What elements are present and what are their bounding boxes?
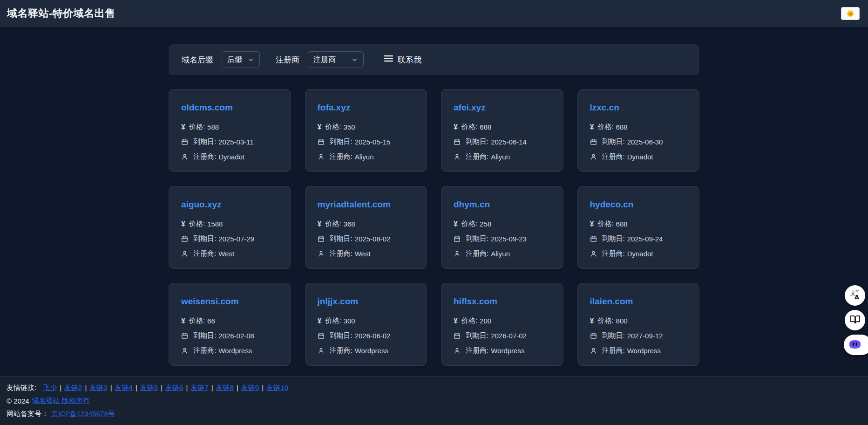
contact-me-button[interactable]: 联系我 xyxy=(384,55,421,65)
price-label: 价格: xyxy=(461,219,477,228)
chatbot-button[interactable] xyxy=(844,335,868,355)
person-icon xyxy=(181,347,188,354)
beian-link[interactable]: 京ICP备12345678号 xyxy=(51,410,115,418)
price-label: 价格: xyxy=(325,316,341,325)
calendar-icon xyxy=(590,235,597,242)
calendar-icon xyxy=(454,332,461,339)
domain-card: dhym.cn ¥ 价格: 258 到期日: 2025-09-23 注册商: A… xyxy=(441,186,563,269)
price-value: 66 xyxy=(207,317,215,325)
link-separator: | xyxy=(85,384,87,391)
footer: 友情链接: 飞少|友链2|友链3|友链4|友链5|友链6|友链7|友链8|友链9… xyxy=(0,376,868,425)
registrar-line: 注册商: Aliyun xyxy=(318,152,415,161)
registrar-value: West xyxy=(218,250,234,258)
expiry-value: 2025-05-15 xyxy=(355,138,391,146)
docs-button[interactable] xyxy=(845,310,865,330)
domain-link[interactable]: weisensi.com xyxy=(181,296,239,307)
friend-link[interactable]: 友链7 xyxy=(190,384,208,391)
expiry-label: 到期日: xyxy=(330,234,353,243)
domain-link[interactable]: dhym.cn xyxy=(454,199,490,210)
person-icon xyxy=(454,153,461,160)
link-separator: | xyxy=(262,384,264,391)
registrar-label: 注册商: xyxy=(466,346,488,355)
domain-link[interactable]: oldcms.com xyxy=(181,103,233,113)
registrar-label: 注册商: xyxy=(466,152,488,161)
link-separator: | xyxy=(60,384,61,391)
registrar-line: 注册商: Dynadot xyxy=(590,152,687,161)
expiry-value: 2025-08-02 xyxy=(355,235,391,243)
calendar-icon xyxy=(318,332,325,339)
friend-link[interactable]: 友链9 xyxy=(241,384,259,391)
theme-toggle-button[interactable]: 🌞 xyxy=(841,7,860,20)
translate-button[interactable]: 文A xyxy=(845,285,865,306)
friend-link[interactable]: 友链3 xyxy=(89,384,107,391)
price-value: 688 xyxy=(480,123,491,131)
domain-card: aiguo.xyz ¥ 价格: 1588 到期日: 2025-07-29 注册商… xyxy=(169,186,291,269)
friend-link[interactable]: 友链10 xyxy=(266,384,288,391)
registrar-value: Dynadot xyxy=(627,153,653,161)
domain-link[interactable]: ilaien.com xyxy=(590,296,633,307)
registrar-filter-label: 注册商 xyxy=(276,55,299,65)
friend-link[interactable]: 友链4 xyxy=(115,384,133,391)
yen-currency-icon: ¥ xyxy=(181,220,185,228)
price-line: ¥ 价格: 688 xyxy=(590,219,687,228)
registrar-label: 注册商: xyxy=(193,249,216,258)
domain-grid: oldcms.com ¥ 价格: 588 到期日: 2025-03-11 注册商… xyxy=(169,89,699,366)
domain-card: hydeco.cn ¥ 价格: 688 到期日: 2025-09-24 注册商:… xyxy=(577,186,700,269)
expiry-value: 2026-02-08 xyxy=(218,332,254,340)
domain-card: myriadtalent.com ¥ 价格: 368 到期日: 2025-08-… xyxy=(305,186,427,269)
friend-link[interactable]: 友链6 xyxy=(165,384,183,391)
expiry-value: 2026-06-02 xyxy=(355,332,391,340)
friend-link[interactable]: 友链2 xyxy=(64,384,82,391)
domain-card: ilaien.com ¥ 价格: 800 到期日: 2027-09-12 注册商… xyxy=(577,283,700,366)
calendar-icon xyxy=(454,235,461,242)
expiry-line: 到期日: 2025-08-02 xyxy=(318,234,415,243)
registrar-line: 注册商: Wordpress xyxy=(454,346,551,355)
friend-link[interactable]: 友链5 xyxy=(140,384,158,391)
price-line: ¥ 价格: 688 xyxy=(590,123,687,131)
registrar-line: 注册商: Dynadot xyxy=(590,249,687,258)
domain-link[interactable]: hiflsx.com xyxy=(454,296,497,307)
friend-link[interactable]: 友链8 xyxy=(216,384,234,391)
registrar-label: 注册商: xyxy=(602,152,625,161)
expiry-line: 到期日: 2026-06-02 xyxy=(318,331,415,340)
price-line: ¥ 价格: 300 xyxy=(318,316,415,325)
domain-link[interactable]: jnljjx.com xyxy=(318,296,359,307)
copyright-link[interactable]: 域名驿站 版权所有 xyxy=(32,397,90,405)
registrar-select[interactable]: 注册商 xyxy=(308,51,364,68)
price-line: ¥ 价格: 688 xyxy=(454,123,551,131)
expiry-line: 到期日: 2025-06-30 xyxy=(590,137,687,146)
price-label: 价格: xyxy=(597,123,613,131)
link-separator: | xyxy=(211,384,213,391)
domain-link[interactable]: hydeco.cn xyxy=(590,199,634,210)
price-label: 价格: xyxy=(597,219,613,228)
person-icon xyxy=(590,153,597,160)
price-value: 800 xyxy=(616,317,628,325)
hamburger-menu-icon xyxy=(384,55,393,64)
suffix-select[interactable]: 后缀 xyxy=(222,51,260,68)
robot-face-icon xyxy=(848,339,862,351)
yen-currency-icon: ¥ xyxy=(181,317,185,325)
domain-link[interactable]: lzxc.cn xyxy=(590,103,619,113)
friend-link[interactable]: 飞少 xyxy=(43,384,57,391)
expiry-label: 到期日: xyxy=(466,331,488,340)
price-line: ¥ 价格: 1588 xyxy=(181,219,278,228)
price-line: ¥ 价格: 368 xyxy=(318,219,415,228)
price-value: 588 xyxy=(207,123,219,131)
yen-currency-icon: ¥ xyxy=(454,220,458,228)
chevron-down-icon xyxy=(351,56,358,63)
yen-currency-icon: ¥ xyxy=(454,317,458,325)
domain-link[interactable]: aiguo.xyz xyxy=(181,199,222,210)
expiry-value: 2025-06-14 xyxy=(491,138,527,146)
domain-link[interactable]: afei.xyz xyxy=(454,103,486,113)
calendar-icon xyxy=(590,332,597,339)
price-label: 价格: xyxy=(597,316,613,325)
expiry-line: 到期日: 2025-09-23 xyxy=(454,234,551,243)
beian-row: 网站备案号： 京ICP备12345678号 xyxy=(7,410,861,418)
registrar-value: Aliyun xyxy=(355,153,374,161)
expiry-value: 2025-07-29 xyxy=(218,235,254,243)
domain-link[interactable]: fofa.xyz xyxy=(318,103,351,113)
person-icon xyxy=(318,347,325,354)
price-label: 价格: xyxy=(461,123,477,131)
floating-button-stack: 文A xyxy=(844,285,865,355)
domain-link[interactable]: myriadtalent.com xyxy=(318,199,391,210)
